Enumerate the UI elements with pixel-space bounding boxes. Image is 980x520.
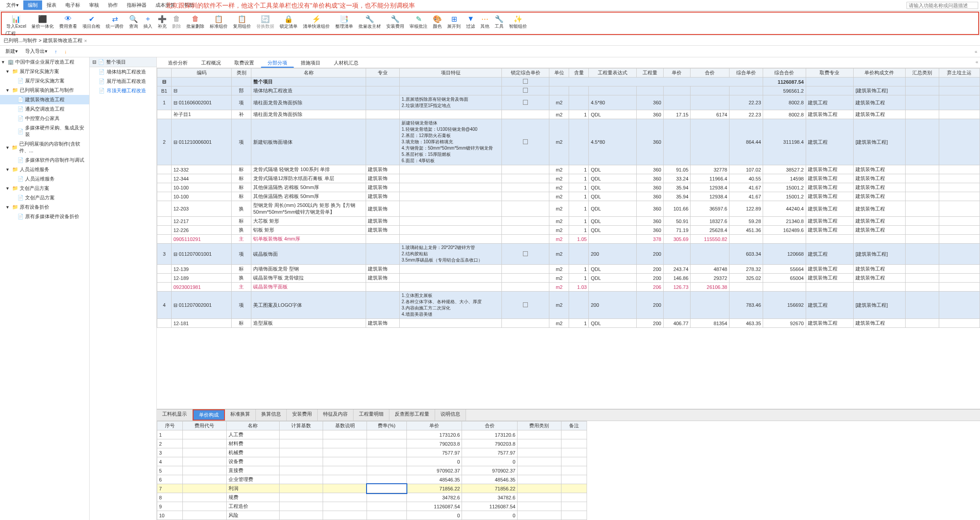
collapse-icon[interactable]: « xyxy=(975,49,977,54)
lower-row[interactable]: 9工程造价1126087.541126087.54 xyxy=(157,502,587,511)
grid-row[interactable]: 12-203换型钢龙骨 周长(mm) 2500以内 矩形 换为【方钢50mm*5… xyxy=(157,201,980,217)
grid-row[interactable]: 12-139标内墙饰面板龙骨 型钢建筑装饰m21QDL200243.744874… xyxy=(157,265,980,274)
grid-row[interactable]: 0905110291主铝单板装饰板 4mm厚m21.05378305.69115… xyxy=(157,235,980,244)
grid-header[interactable]: 弃土垃土运 xyxy=(939,69,980,77)
export-button[interactable]: 导入导出▾ xyxy=(22,47,50,56)
lower-row[interactable]: 4设备费00 xyxy=(157,457,587,466)
tab-subsection[interactable]: 分部分项 xyxy=(261,57,294,68)
tree-item[interactable]: 📄 文创产品方案 xyxy=(0,193,89,202)
grid-header[interactable]: 含量 xyxy=(569,69,589,77)
grid-row[interactable]: 2⊟ 011210006001项新建铝板饰面墙体新建轻钢龙骨墙体 1.轻钢龙骨墙… xyxy=(157,119,980,165)
grid-row[interactable]: 1⊟ 011606002001项墙柱面龙骨及饰面拆除1.原展墙拆除原有轻钢龙骨及… xyxy=(157,95,980,110)
grid-header[interactable] xyxy=(157,69,172,77)
tab-price-analysis[interactable]: 造价分析 xyxy=(161,57,194,68)
unit-price-grid[interactable]: 序号费用代号名称计算基数基数说明费率(%)单价合价费用类别备注1人工费17312… xyxy=(157,421,587,520)
tool-smart[interactable]: ✨智能组价 xyxy=(506,13,530,30)
tool-supplement[interactable]: ➕补充 xyxy=(155,13,169,30)
grid-header[interactable]: 合价 xyxy=(691,69,730,77)
grid-row[interactable]: 12-332标龙骨式隔墙 轻钢龙骨 100系列 单排建筑装饰m21QDL3609… xyxy=(157,165,980,174)
lower-tab[interactable]: 安装费用 xyxy=(287,409,318,421)
tool-delete[interactable]: 🗑删除 xyxy=(169,13,184,30)
tool-import-excel[interactable]: 📊导入Excel xyxy=(4,13,29,30)
lower-tab[interactable]: 工程量明细 xyxy=(354,409,389,421)
tool-quick[interactable]: ⚡清单快速组价 xyxy=(300,13,332,30)
grid-row[interactable]: B1⊟ 部墙体结构工程改造596561.2[建筑装饰工程] xyxy=(157,86,980,95)
menu-review[interactable]: 审核 xyxy=(85,0,104,10)
lower-row[interactable]: 3机械费7577.977577.97 xyxy=(157,448,587,457)
grid-row[interactable]: 12-217标大芯板 矩形建筑装饰m21QDL36050.9118327.659… xyxy=(157,217,980,226)
section-header[interactable]: ⊟ 📄 整个项目 xyxy=(90,57,156,67)
lower-row[interactable]: 10风险00 xyxy=(157,511,587,520)
tool-batch-del[interactable]: 🗑批量删除 xyxy=(184,13,207,30)
lower-row[interactable]: 7利润71856.2271856.22 xyxy=(157,484,587,493)
tree-item[interactable]: 📄 中控室办公家具 xyxy=(0,114,89,123)
lower-row[interactable]: 1人工费173120.6173120.6 xyxy=(157,430,587,439)
tree-item[interactable]: ▾📁 已列明展项的施工与制作 xyxy=(0,86,89,95)
tool-review-note[interactable]: ✎审核批注 xyxy=(407,13,430,30)
lower-row[interactable]: 5直接费970902.37970902.37 xyxy=(157,466,587,475)
tab-overview[interactable]: 工程概况 xyxy=(194,57,228,68)
tool-color[interactable]: 🎨颜色 xyxy=(430,13,445,30)
grid-row[interactable]: 12-189换碳晶装饰平板 龙骨镶拉建筑装饰m21QDL200146.86293… xyxy=(157,274,980,283)
tree-item[interactable]: 📄 建筑装饰改造工程 xyxy=(0,95,89,104)
tree-item[interactable]: ▾📁 原有设备折价 xyxy=(0,202,89,212)
lower-tab[interactable]: 单价构成 xyxy=(193,409,225,421)
tree-item[interactable]: 📄 多媒体软件内容制作与调试 xyxy=(0,155,89,165)
tree-item[interactable]: 📄 展厅深化实施方案 xyxy=(0,76,89,86)
grid-header[interactable]: 综合单价 xyxy=(729,69,763,77)
lower-tab[interactable]: 反查图形工程量 xyxy=(389,409,435,421)
tree-item[interactable]: 📄 通风空调改造工程 xyxy=(0,104,89,114)
grid-header[interactable]: 专业 xyxy=(366,69,400,77)
menu-collab[interactable]: 协作 xyxy=(104,0,122,10)
tab-measures[interactable]: 措施项目 xyxy=(294,57,327,68)
tool-install-fee[interactable]: 🔧安装费用 xyxy=(384,13,407,30)
tree-item[interactable]: ▾📁 展厅深化实施方案 xyxy=(0,67,89,76)
breadcrumb[interactable]: 已列明...与制作 > 建筑装饰改造工程 × xyxy=(0,36,91,45)
grid-row[interactable]: 12-344标龙骨式隔墙12厚防水纸面石膏板 单层建筑装饰m21QDL36033… xyxy=(157,174,980,183)
tree-item[interactable]: ▾📁 文创产品方案 xyxy=(0,184,89,193)
new-button[interactable]: 新建▾ xyxy=(3,47,21,56)
grid-header[interactable]: 类别 xyxy=(232,69,251,77)
grid-header[interactable]: 取费专业 xyxy=(806,69,854,77)
lower-tab[interactable]: 换算信息 xyxy=(256,409,287,421)
lower-tab[interactable]: 工料机显示 xyxy=(157,409,193,421)
close-icon[interactable]: × xyxy=(84,38,87,43)
tool-qty-price[interactable]: ⬛量价一体化 xyxy=(29,13,56,30)
grid-row[interactable]: 0923001981主碳晶装饰平面板m21.03206126.7326106.3… xyxy=(157,283,980,292)
grid-header[interactable]: 锁定综合单价 xyxy=(501,69,549,77)
lower-tab[interactable]: 说明信息 xyxy=(435,409,466,421)
section-item[interactable]: 📄 吊顶天棚工程改造 xyxy=(90,86,156,95)
lower-tab[interactable]: 标准换算 xyxy=(225,409,256,421)
tab-material[interactable]: 人材机汇总 xyxy=(327,57,365,68)
grid-header[interactable]: 单位 xyxy=(549,69,569,77)
tree-item[interactable]: 📄 人员运维服务 xyxy=(0,174,89,184)
tool-lock[interactable]: 🔒锁定清单 xyxy=(277,13,300,30)
lower-row[interactable]: 2材料费790203.8790203.8 xyxy=(157,439,587,448)
arrow-up-icon[interactable]: ↑ xyxy=(52,48,60,55)
tool-reuse[interactable]: 📋复用组价 xyxy=(230,13,254,30)
tool-fee-view[interactable]: 👁费用查看 xyxy=(56,13,80,30)
tree-root[interactable]: ▾🏢 中国中煤企业展厅改造工程 xyxy=(0,57,89,67)
grid-header[interactable]: 单价 xyxy=(663,69,691,77)
tool-replace[interactable]: 🔄替换数据 xyxy=(254,13,277,30)
section-item[interactable]: 📄 墙体结构工程改造 xyxy=(90,67,156,77)
grid-row[interactable]: 3⊟ 011207001001项碳晶板饰面1.玻璃砖贴上龙骨：20*20*2镀锌… xyxy=(157,244,980,265)
lower-row[interactable]: 8规费34782.634782.6 xyxy=(157,493,587,502)
grid-header[interactable]: 汇总类别 xyxy=(905,69,939,77)
tool-std-price[interactable]: 📋标准组价 xyxy=(207,13,230,30)
tool-batch-mat[interactable]: 🔧批量改主材 xyxy=(356,13,384,30)
grid-header[interactable]: 编码 xyxy=(171,69,231,77)
grid-row[interactable]: 10-100标其他保温隔热 岩棉板 50mm厚建筑装饰m21QDL36035.9… xyxy=(157,192,980,201)
grid-header[interactable]: 综合合价 xyxy=(763,69,806,77)
grid-row[interactable]: 10-100标其他保温隔热 岩棉板 50mm厚建筑装饰m21QDL36035.9… xyxy=(157,183,980,192)
grid-header[interactable]: 名称 xyxy=(251,69,366,77)
tree-item[interactable]: ▾📁 已列明展项的内容制作(含软件、... xyxy=(0,139,89,155)
tree-item[interactable]: 📄 原有多媒体硬件设备折价 xyxy=(0,212,89,221)
tool-expand[interactable]: ⊞展开到 xyxy=(445,13,463,30)
lower-row[interactable]: 6企业管理费48546.3548546.35 xyxy=(157,475,587,484)
tree-item[interactable]: 📄 多媒体硬件采购、集成及安装 xyxy=(0,123,89,139)
menu-report[interactable]: 报表 xyxy=(42,0,61,10)
tool-other[interactable]: ⋯其他 xyxy=(478,13,492,30)
grid-row[interactable]: 4⊟ 011207002001项美工图案及LOGO字体1.立体图文展板 2.各种… xyxy=(157,292,980,319)
lower-tab[interactable]: 特征及内容 xyxy=(318,409,354,421)
